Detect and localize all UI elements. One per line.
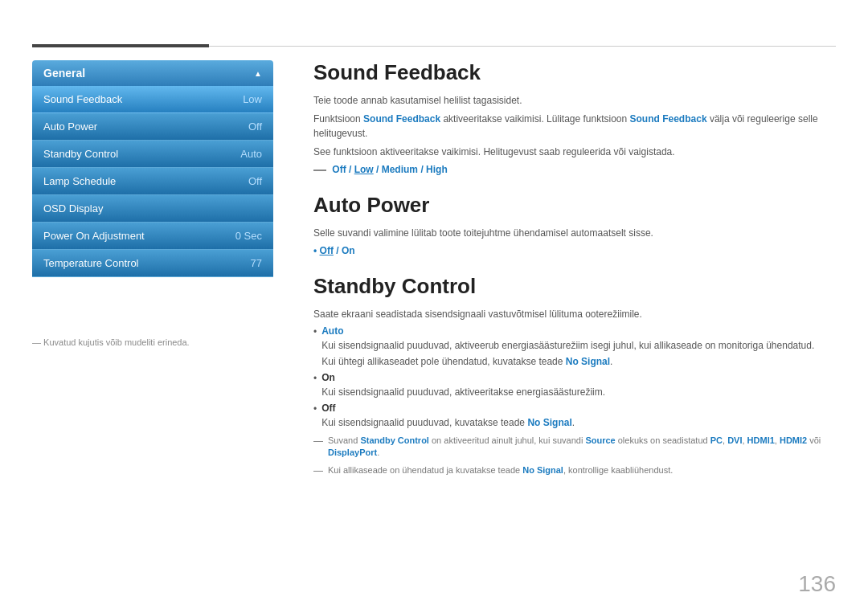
sidebar-item-osd-display[interactable]: OSD Display [32, 195, 273, 223]
sidebar-item-value: Off [248, 121, 262, 133]
sidebar-item-label: Auto Power [43, 121, 97, 133]
bullet-on: • On Kui sisendsignaalid puuduvad, aktiv… [313, 372, 836, 399]
sf-desc2-bold: Sound Feedback [363, 113, 440, 125]
bullet-content-off: Off Kui sisendsignaalid puuduvad, kuvata… [321, 403, 836, 430]
sidebar-item-value: Low [243, 93, 262, 105]
standby-note2: — Kui allikaseade on ühendatud ja kuvata… [313, 464, 836, 478]
bullet-auto-sub2: Kui ühtegi allikaseadet pole ühendatud, … [321, 354, 836, 369]
bullet-auto: • Auto Kui sisendsignaalid puuduvad, akt… [313, 325, 836, 369]
sidebar-item-lamp-schedule[interactable]: Lamp Schedule Off [32, 168, 273, 195]
sidebar-bottom-note: — Kuvatud kujutis võib mudeliti erineda. [32, 337, 190, 347]
top-line-dark [32, 44, 209, 47]
sidebar-item-value: 0 Sec [235, 230, 262, 242]
sidebar-title: General ▲ [32, 60, 273, 86]
sound-feedback-desc1: Teie toode annab kasutamisel helilist ta… [313, 93, 836, 108]
sound-feedback-desc3: See funktsioon aktiveeritakse vaikimisi.… [313, 145, 836, 159]
page-number: 136 [798, 571, 836, 597]
sf-desc2-suffix: aktiveeritakse vaikimisi. Lülitage funkt… [440, 113, 629, 125]
sound-feedback-title: Sound Feedback [313, 60, 836, 85]
sound-feedback-desc2: Funktsioon Sound Feedback aktiveeritakse… [313, 112, 836, 141]
bullet-dot-on: • [313, 373, 317, 384]
sf-option-low: Low [354, 164, 374, 175]
note-dash2: — [313, 464, 323, 478]
dash-icon [313, 170, 326, 171]
sidebar-item-label: Sound Feedback [43, 93, 122, 105]
bullet-content-on: On Kui sisendsignaalid puuduvad, aktivee… [321, 372, 836, 399]
sidebar-item-value: Auto [240, 148, 262, 160]
sidebar-arrow-up: ▲ [254, 69, 262, 78]
auto-power-options: • Off / On [313, 245, 836, 256]
bullet-on-label: On [321, 372, 335, 383]
standby-note1: — Suvand Standby Control on aktiveeritud… [313, 435, 836, 460]
ap-option-off: Off [320, 245, 334, 256]
bullet-on-sub1: Kui sisendsignaalid puuduvad, aktiveerit… [321, 385, 836, 399]
sidebar-item-label: Temperature Control [43, 257, 139, 269]
sidebar-item-auto-power[interactable]: Auto Power Off [32, 113, 273, 141]
auto-power-title: Auto Power [313, 193, 836, 218]
top-line-light [209, 46, 836, 47]
sidebar-item-label: Lamp Schedule [43, 175, 116, 187]
sf-desc2-prefix: Funktsioon [313, 113, 363, 125]
auto-power-desc: Selle suvandi valimine lülitab toote toi… [313, 226, 836, 240]
sidebar-item-temperature-control[interactable]: Temperature Control 77 [32, 250, 273, 277]
sidebar-item-sound-feedback[interactable]: Sound Feedback Low [32, 86, 273, 113]
sidebar: General ▲ Sound Feedback Low Auto Power … [32, 60, 273, 277]
bullet-off-label: Off [321, 403, 335, 414]
sidebar-item-value: 77 [251, 257, 262, 269]
bullet-content-auto: Auto Kui sisendsignaalid puuduvad, aktiv… [321, 325, 836, 369]
bullet-off: • Off Kui sisendsignaalid puuduvad, kuva… [313, 403, 836, 430]
ap-option-on: On [342, 245, 355, 256]
bullet-dot-off: • [313, 403, 317, 415]
sidebar-item-value: Off [248, 175, 262, 187]
standby-control-desc: Saate ekraani seadistada sisendsignaali … [313, 307, 836, 321]
bullet-auto-sub1: Kui sisendsignaalid puuduvad, aktiveerub… [321, 338, 836, 353]
sidebar-title-label: General [43, 67, 85, 80]
sf-desc2-bold2: Sound Feedback [630, 113, 707, 125]
top-lines [0, 44, 868, 47]
sf-option-off: Off [332, 164, 346, 175]
bullet-off-sub1: Kui sisendsignaalid puuduvad, kuvatakse … [321, 415, 836, 430]
bullet-auto-label: Auto [321, 325, 343, 337]
sidebar-item-power-on-adjustment[interactable]: Power On Adjustment 0 Sec [32, 223, 273, 250]
standby-control-bullets: • Auto Kui sisendsignaalid puuduvad, akt… [313, 325, 836, 430]
sf-option-medium: Medium [382, 164, 418, 175]
bullet-dot-auto: • [313, 326, 317, 337]
sf-option-high: High [426, 164, 448, 175]
sidebar-item-label: Standby Control [43, 148, 118, 160]
sidebar-item-label: Power On Adjustment [43, 230, 145, 242]
standby-control-title: Standby Control [313, 274, 836, 299]
sidebar-item-label: OSD Display [43, 202, 103, 215]
note-dash1: — [313, 435, 323, 448]
sound-feedback-options: Off / Low / Medium / High [313, 164, 836, 175]
main-content: Sound Feedback Teie toode annab kasutami… [313, 60, 836, 581]
sidebar-item-standby-control[interactable]: Standby Control Auto [32, 141, 273, 168]
